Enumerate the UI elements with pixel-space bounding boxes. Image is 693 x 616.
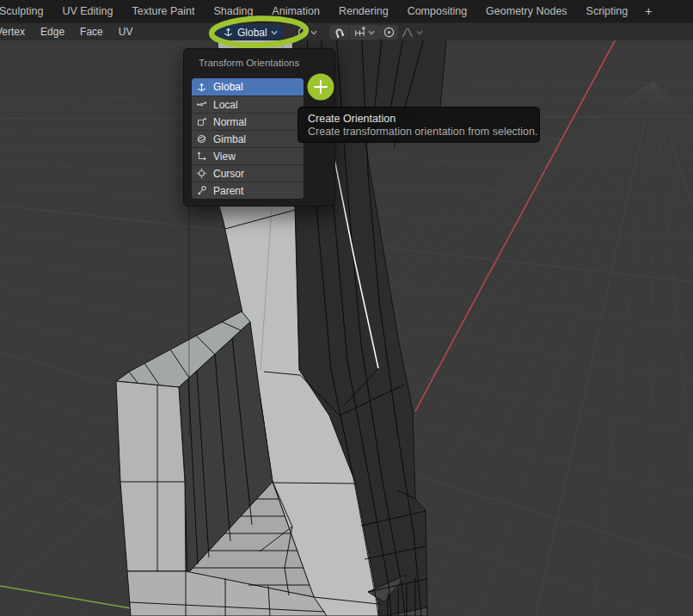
parent-orientation-icon bbox=[195, 185, 208, 196]
workspace-tabs: Sculpting UV Editing Texture Paint Shadi… bbox=[0, 0, 659, 22]
menu-vertex[interactable]: Vertex bbox=[0, 23, 33, 41]
snap-settings-dropdown[interactable] bbox=[349, 25, 379, 40]
workspace-tab-geometry-nodes[interactable]: Geometry Nodes bbox=[476, 0, 576, 22]
falloff-curve-icon bbox=[401, 26, 414, 39]
mesh-face bbox=[116, 381, 186, 571]
orientation-label: Global bbox=[237, 27, 267, 39]
topbar: Sculpting UV Editing Texture Paint Shadi… bbox=[0, 0, 693, 22]
blender-window: Sculpting UV Editing Texture Paint Shadi… bbox=[0, 0, 693, 616]
orientation-item-global[interactable]: Global bbox=[192, 78, 304, 95]
snap-controls bbox=[329, 25, 379, 40]
orientation-item-cursor[interactable]: Cursor bbox=[192, 164, 304, 182]
select-mode-menus: Vertex Edge Face UV bbox=[0, 23, 140, 41]
workspace-tab-scripting[interactable]: Scripting bbox=[577, 0, 638, 22]
pivot-point-icon bbox=[296, 25, 310, 40]
chevron-down-icon bbox=[310, 30, 317, 35]
orientation-item-label: Gimbal bbox=[213, 133, 246, 145]
tooltip-title: Create Orientation bbox=[308, 112, 530, 126]
workspace-tab-uv-editing[interactable]: UV Editing bbox=[52, 0, 122, 22]
global-orientation-icon bbox=[195, 82, 208, 93]
workspace-tab-texture-paint[interactable]: Texture Paint bbox=[123, 0, 205, 22]
orientation-item-label: Normal bbox=[213, 116, 247, 128]
gimbal-orientation-icon bbox=[195, 133, 208, 145]
pivot-point-dropdown[interactable] bbox=[296, 25, 317, 40]
tooltip: Create Orientation Create transformation… bbox=[297, 107, 540, 143]
menu-edge[interactable]: Edge bbox=[33, 23, 72, 41]
snap-increment-icon bbox=[353, 26, 366, 39]
orientation-item-label: Cursor bbox=[213, 168, 244, 180]
orientation-item-label: Parent bbox=[213, 185, 243, 197]
orientation-item-label: Global bbox=[213, 81, 243, 93]
chevron-down-icon bbox=[416, 30, 423, 35]
orientation-item-parent[interactable]: Parent bbox=[192, 182, 304, 199]
orientation-item-gimbal[interactable]: Gimbal bbox=[192, 130, 304, 147]
orientation-item-view[interactable]: View bbox=[192, 147, 304, 164]
orientation-item-label: Local bbox=[213, 99, 238, 111]
tooltip-description: Create transformation orientation from s… bbox=[308, 126, 530, 139]
menu-uv[interactable]: UV bbox=[111, 23, 141, 41]
magnet-icon bbox=[333, 26, 346, 39]
orientation-item-normal[interactable]: Normal bbox=[192, 113, 304, 130]
normal-orientation-icon bbox=[195, 116, 208, 127]
chevron-down-icon bbox=[271, 30, 278, 35]
orientation-global-icon bbox=[223, 27, 234, 38]
proportional-falloff-dropdown[interactable] bbox=[401, 26, 423, 39]
orientation-item-local[interactable]: Local bbox=[192, 95, 304, 113]
proportional-edit-controls bbox=[379, 25, 423, 40]
workspace-tab-sculpting[interactable]: Sculpting bbox=[0, 0, 52, 22]
workspace-tab-animation[interactable]: Animation bbox=[262, 0, 329, 22]
proportional-edit-icon bbox=[383, 26, 396, 39]
view-orientation-icon bbox=[195, 151, 208, 162]
workspace-tab-rendering[interactable]: Rendering bbox=[329, 0, 398, 22]
chevron-down-icon bbox=[368, 30, 375, 35]
cursor-orientation-icon bbox=[195, 168, 208, 179]
orientation-list: Global Local Normal bbox=[192, 78, 304, 199]
viewport-3d[interactable] bbox=[0, 0, 693, 616]
menu-face[interactable]: Face bbox=[72, 23, 111, 41]
local-orientation-icon bbox=[195, 99, 208, 110]
transform-orientation-dropdown[interactable]: Global bbox=[218, 25, 284, 40]
viewport-header: Vertex Edge Face UV Global bbox=[0, 22, 693, 40]
proportional-edit-toggle[interactable] bbox=[379, 25, 398, 40]
add-workspace-button[interactable]: + bbox=[637, 0, 659, 22]
panel-title: Transform Orientations bbox=[199, 58, 334, 68]
workspace-tab-shading[interactable]: Shading bbox=[204, 0, 262, 22]
workspace-tab-compositing[interactable]: Compositing bbox=[398, 0, 476, 22]
orientation-item-label: View bbox=[213, 151, 236, 163]
snap-toggle-button[interactable] bbox=[329, 25, 348, 40]
